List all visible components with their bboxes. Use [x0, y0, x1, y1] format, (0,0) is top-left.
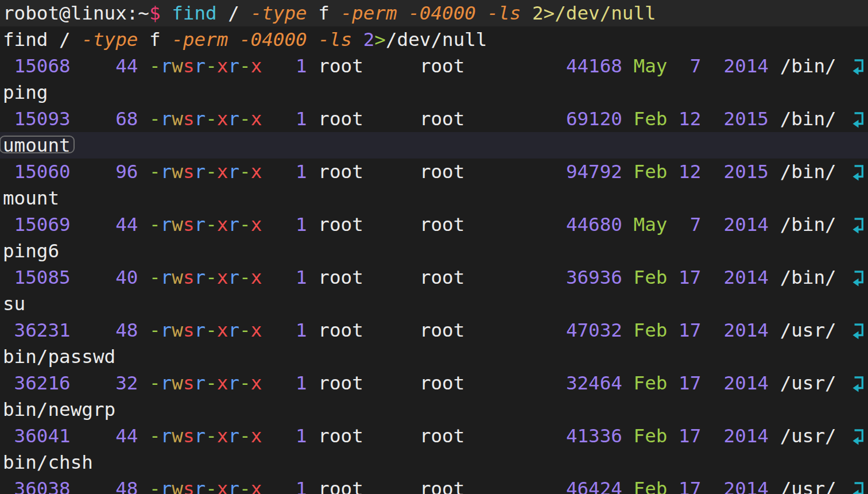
perm-char: w: [172, 55, 183, 77]
space: [464, 267, 566, 288]
date-day: 17: [679, 372, 701, 394]
listing-continuation-line: bin/passwd: [0, 344, 868, 370]
date-month: Feb: [634, 372, 668, 394]
perm-char: r: [195, 425, 206, 447]
block-count: 68: [115, 108, 138, 130]
perm-char: -: [206, 372, 217, 394]
perm-char: w: [172, 425, 183, 447]
prompt-line: robot@linux:~$ find / -type f -perm -040…: [0, 0, 868, 26]
space: [307, 108, 319, 130]
perm-char: r: [228, 478, 239, 494]
space: [622, 108, 634, 130]
date-year: 2015: [724, 108, 769, 130]
perm-char: -: [149, 267, 161, 288]
space: [464, 214, 566, 236]
date-day: 12: [679, 161, 701, 183]
perm-char: s: [183, 372, 195, 394]
perm-char: x: [251, 478, 262, 494]
link-count: 1: [296, 478, 307, 494]
space: [307, 478, 319, 494]
link-count: 1: [296, 55, 307, 77]
path-name: su: [3, 293, 25, 315]
space: [138, 55, 149, 77]
perm-char: r: [228, 161, 239, 183]
listing-line: 36231 48 -rwsr-xr-x 1 root root 47032 Fe…: [0, 317, 868, 344]
space: [667, 372, 679, 394]
space: [262, 372, 296, 394]
echo-command: find /: [3, 29, 82, 51]
space: [667, 319, 679, 341]
perm-char: r: [228, 55, 239, 77]
space: [464, 319, 566, 341]
block-count: 44: [115, 425, 138, 447]
space: [521, 2, 532, 24]
space: [307, 29, 319, 51]
space: [262, 214, 296, 236]
space: [622, 319, 634, 341]
space: [701, 214, 723, 236]
perm-char: -: [206, 267, 217, 288]
file-size: 46424: [566, 478, 622, 494]
path-directory: /usr/: [780, 478, 836, 494]
block-count: 40: [115, 267, 138, 288]
space: [262, 267, 296, 288]
space: [71, 267, 115, 288]
path-directory: /usr/: [780, 372, 836, 394]
space: [307, 267, 319, 288]
space: [307, 55, 319, 77]
space: [701, 108, 723, 130]
space: [701, 478, 723, 494]
echo-fd-number: 2: [363, 29, 375, 51]
space: [71, 425, 115, 447]
perm-char: x: [251, 55, 262, 77]
owner: root: [318, 161, 420, 183]
space: [138, 214, 149, 236]
space: [769, 161, 780, 183]
perm-char: s: [183, 55, 195, 77]
file-link-umount[interactable]: umount: [3, 134, 71, 156]
line-wrap-icon: [851, 268, 866, 287]
command-flag: -ls: [487, 2, 521, 24]
prompt-symbol: $: [149, 2, 161, 24]
group: root: [420, 267, 464, 288]
listing-line: 15093 68 -rwsr-xr-x 1 root root 69120 Fe…: [0, 106, 868, 132]
command-arg: f: [307, 2, 341, 24]
listing-continuation-line: su: [0, 291, 868, 317]
owner: root: [318, 55, 420, 77]
perm-char: x: [251, 372, 262, 394]
perm-char: -: [149, 372, 161, 394]
path-name: mount: [3, 187, 59, 209]
listing-line: 36041 44 -rwsr-xr-x 1 root root 41336 Fe…: [0, 423, 868, 449]
space: [622, 267, 634, 288]
date-day: 17: [679, 478, 701, 494]
group: root: [420, 55, 464, 77]
inode: 15068: [3, 55, 71, 77]
perm-char: x: [217, 161, 228, 183]
perm-char: -: [149, 478, 161, 494]
perm-char: w: [172, 214, 183, 236]
perm-char: r: [161, 478, 172, 494]
group: root: [420, 372, 464, 394]
inode: 36038: [3, 478, 71, 494]
perm-char: x: [217, 214, 228, 236]
file-size: 41336: [566, 425, 622, 447]
perm-char: -: [206, 319, 217, 341]
listing-line: 15085 40 -rwsr-xr-x 1 root root 36936 Fe…: [0, 264, 868, 291]
perm-char: r: [195, 267, 206, 288]
space: [71, 161, 115, 183]
space: [667, 108, 679, 130]
file-size: 36936: [566, 267, 622, 288]
space: [667, 55, 679, 77]
perm-char: r: [161, 267, 172, 288]
space: [71, 319, 115, 341]
space: [262, 161, 296, 183]
perm-char: -: [149, 161, 161, 183]
date-year: 2014: [724, 372, 769, 394]
listing-line: 15069 44 -rwsr-xr-x 1 root root 44680 Ma…: [0, 211, 868, 238]
space: [307, 425, 319, 447]
perm-char: -: [206, 425, 217, 447]
terminal-screen[interactable]: robot@linux:~$ find / -type f -perm -040…: [0, 0, 868, 494]
command-flag: -perm: [340, 2, 397, 24]
path-directory: /bin/: [780, 161, 836, 183]
space: [464, 425, 566, 447]
